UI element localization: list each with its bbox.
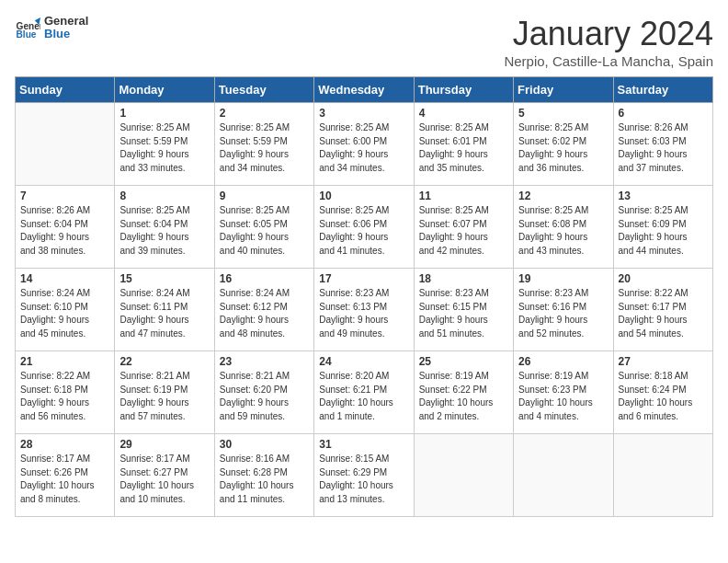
day-number: 11	[419, 190, 508, 202]
calendar-cell: 25Sunrise: 8:19 AM Sunset: 6:22 PM Dayli…	[414, 351, 513, 434]
day-number: 4	[419, 107, 508, 120]
day-info: Sunrise: 8:19 AM Sunset: 6:23 PM Dayligh…	[518, 370, 608, 423]
logo-blue: Blue	[44, 28, 88, 40]
day-info: Sunrise: 8:25 AM Sunset: 6:09 PM Dayligh…	[619, 204, 708, 258]
day-info: Sunrise: 8:19 AM Sunset: 6:22 PM Dayligh…	[419, 370, 508, 423]
day-number: 17	[319, 272, 408, 285]
calendar-cell: 20Sunrise: 8:22 AM Sunset: 6:17 PM Dayli…	[613, 269, 712, 351]
day-info: Sunrise: 8:22 AM Sunset: 6:17 PM Dayligh…	[619, 287, 708, 340]
week-row-5: 28Sunrise: 8:17 AM Sunset: 6:26 PM Dayli…	[16, 434, 713, 517]
calendar-cell: 3Sunrise: 8:25 AM Sunset: 6:00 PM Daylig…	[314, 103, 414, 186]
calendar-cell	[514, 434, 613, 517]
day-info: Sunrise: 8:25 AM Sunset: 6:06 PM Dayligh…	[319, 204, 408, 258]
logo-icon: General Blue	[15, 15, 40, 40]
day-number: 14	[20, 272, 109, 285]
day-number: 9	[220, 190, 309, 202]
week-row-2: 7Sunrise: 8:26 AM Sunset: 6:04 PM Daylig…	[16, 186, 713, 269]
day-info: Sunrise: 8:18 AM Sunset: 6:24 PM Dayligh…	[619, 370, 708, 423]
calendar-cell: 13Sunrise: 8:25 AM Sunset: 6:09 PM Dayli…	[613, 186, 712, 269]
calendar-cell: 19Sunrise: 8:23 AM Sunset: 6:16 PM Dayli…	[514, 269, 613, 351]
calendar-cell: 30Sunrise: 8:16 AM Sunset: 6:28 PM Dayli…	[214, 434, 313, 517]
day-number: 6	[619, 107, 708, 120]
day-number: 7	[20, 190, 109, 202]
day-number: 13	[619, 190, 708, 202]
day-header-thursday: Thursday	[414, 77, 513, 103]
calendar-cell: 24Sunrise: 8:20 AM Sunset: 6:21 PM Dayli…	[314, 351, 414, 434]
day-info: Sunrise: 8:25 AM Sunset: 6:01 PM Dayligh…	[419, 121, 508, 175]
day-info: Sunrise: 8:17 AM Sunset: 6:26 PM Dayligh…	[20, 453, 109, 506]
calendar-cell	[613, 434, 712, 517]
day-info: Sunrise: 8:17 AM Sunset: 6:27 PM Dayligh…	[119, 453, 209, 506]
day-info: Sunrise: 8:25 AM Sunset: 6:02 PM Dayligh…	[518, 121, 608, 175]
calendar-cell: 28Sunrise: 8:17 AM Sunset: 6:26 PM Dayli…	[16, 434, 115, 517]
day-number: 31	[319, 438, 408, 451]
calendar-cell: 26Sunrise: 8:19 AM Sunset: 6:23 PM Dayli…	[514, 351, 613, 434]
calendar-title: January 2024	[504, 15, 713, 53]
day-header-friday: Friday	[514, 77, 613, 103]
day-info: Sunrise: 8:25 AM Sunset: 6:08 PM Dayligh…	[518, 204, 608, 258]
calendar-header-row: SundayMondayTuesdayWednesdayThursdayFrid…	[16, 77, 713, 103]
calendar-cell: 10Sunrise: 8:25 AM Sunset: 6:06 PM Dayli…	[314, 186, 414, 269]
calendar-cell: 9Sunrise: 8:25 AM Sunset: 6:05 PM Daylig…	[214, 186, 313, 269]
week-row-4: 21Sunrise: 8:22 AM Sunset: 6:18 PM Dayli…	[16, 351, 713, 434]
day-info: Sunrise: 8:21 AM Sunset: 6:19 PM Dayligh…	[119, 370, 209, 423]
calendar-cell: 31Sunrise: 8:15 AM Sunset: 6:29 PM Dayli…	[314, 434, 414, 517]
day-number: 15	[119, 272, 209, 285]
svg-text:Blue: Blue	[17, 29, 37, 40]
day-info: Sunrise: 8:26 AM Sunset: 6:03 PM Dayligh…	[619, 121, 708, 175]
logo-general: General	[44, 15, 88, 28]
day-number: 1	[119, 107, 209, 120]
calendar-cell: 1Sunrise: 8:25 AM Sunset: 5:59 PM Daylig…	[115, 103, 214, 186]
day-number: 19	[518, 272, 608, 285]
calendar-cell: 2Sunrise: 8:25 AM Sunset: 5:59 PM Daylig…	[214, 103, 313, 186]
day-number: 30	[220, 438, 309, 451]
day-info: Sunrise: 8:23 AM Sunset: 6:16 PM Dayligh…	[518, 287, 608, 340]
day-info: Sunrise: 8:16 AM Sunset: 6:28 PM Dayligh…	[220, 453, 309, 506]
day-info: Sunrise: 8:22 AM Sunset: 6:18 PM Dayligh…	[20, 370, 109, 423]
calendar-subtitle: Nerpio, Castille-La Mancha, Spain	[504, 53, 713, 69]
day-info: Sunrise: 8:23 AM Sunset: 6:15 PM Dayligh…	[419, 287, 508, 340]
day-number: 12	[518, 190, 608, 202]
calendar-cell: 21Sunrise: 8:22 AM Sunset: 6:18 PM Dayli…	[16, 351, 115, 434]
calendar-cell: 29Sunrise: 8:17 AM Sunset: 6:27 PM Dayli…	[115, 434, 214, 517]
day-info: Sunrise: 8:24 AM Sunset: 6:10 PM Dayligh…	[20, 287, 109, 340]
calendar-cell: 14Sunrise: 8:24 AM Sunset: 6:10 PM Dayli…	[16, 269, 115, 351]
day-info: Sunrise: 8:25 AM Sunset: 5:59 PM Dayligh…	[119, 121, 209, 175]
calendar-cell: 6Sunrise: 8:26 AM Sunset: 6:03 PM Daylig…	[613, 103, 712, 186]
day-number: 27	[619, 355, 708, 368]
day-info: Sunrise: 8:24 AM Sunset: 6:11 PM Dayligh…	[119, 287, 209, 340]
day-number: 25	[419, 355, 508, 368]
day-number: 23	[220, 355, 309, 368]
day-header-saturday: Saturday	[613, 77, 712, 103]
calendar-body: 1Sunrise: 8:25 AM Sunset: 5:59 PM Daylig…	[16, 103, 713, 517]
calendar-cell: 22Sunrise: 8:21 AM Sunset: 6:19 PM Dayli…	[115, 351, 214, 434]
calendar-cell: 12Sunrise: 8:25 AM Sunset: 6:08 PM Dayli…	[514, 186, 613, 269]
day-info: Sunrise: 8:25 AM Sunset: 6:05 PM Dayligh…	[220, 204, 309, 258]
day-header-tuesday: Tuesday	[214, 77, 313, 103]
calendar-cell: 11Sunrise: 8:25 AM Sunset: 6:07 PM Dayli…	[414, 186, 513, 269]
calendar-cell: 16Sunrise: 8:24 AM Sunset: 6:12 PM Dayli…	[214, 269, 313, 351]
title-area: January 2024 Nerpio, Castille-La Mancha,…	[504, 15, 713, 69]
calendar-cell: 8Sunrise: 8:25 AM Sunset: 6:04 PM Daylig…	[115, 186, 214, 269]
day-number: 5	[518, 107, 608, 120]
day-info: Sunrise: 8:25 AM Sunset: 6:04 PM Dayligh…	[119, 204, 209, 258]
calendar-cell	[16, 103, 115, 186]
calendar-cell: 17Sunrise: 8:23 AM Sunset: 6:13 PM Dayli…	[314, 269, 414, 351]
calendar-table: SundayMondayTuesdayWednesdayThursdayFrid…	[15, 76, 713, 517]
day-number: 20	[619, 272, 708, 285]
day-number: 28	[20, 438, 109, 451]
calendar-cell: 7Sunrise: 8:26 AM Sunset: 6:04 PM Daylig…	[16, 186, 115, 269]
day-number: 8	[119, 190, 209, 202]
day-number: 3	[319, 107, 408, 120]
day-header-sunday: Sunday	[16, 77, 115, 103]
day-number: 22	[119, 355, 209, 368]
calendar-cell: 4Sunrise: 8:25 AM Sunset: 6:01 PM Daylig…	[414, 103, 513, 186]
day-number: 21	[20, 355, 109, 368]
calendar-cell: 18Sunrise: 8:23 AM Sunset: 6:15 PM Dayli…	[414, 269, 513, 351]
day-info: Sunrise: 8:25 AM Sunset: 5:59 PM Dayligh…	[220, 121, 309, 175]
day-info: Sunrise: 8:25 AM Sunset: 6:00 PM Dayligh…	[319, 121, 408, 175]
day-info: Sunrise: 8:20 AM Sunset: 6:21 PM Dayligh…	[319, 370, 408, 423]
day-number: 24	[319, 355, 408, 368]
day-number: 29	[119, 438, 209, 451]
day-header-monday: Monday	[115, 77, 214, 103]
